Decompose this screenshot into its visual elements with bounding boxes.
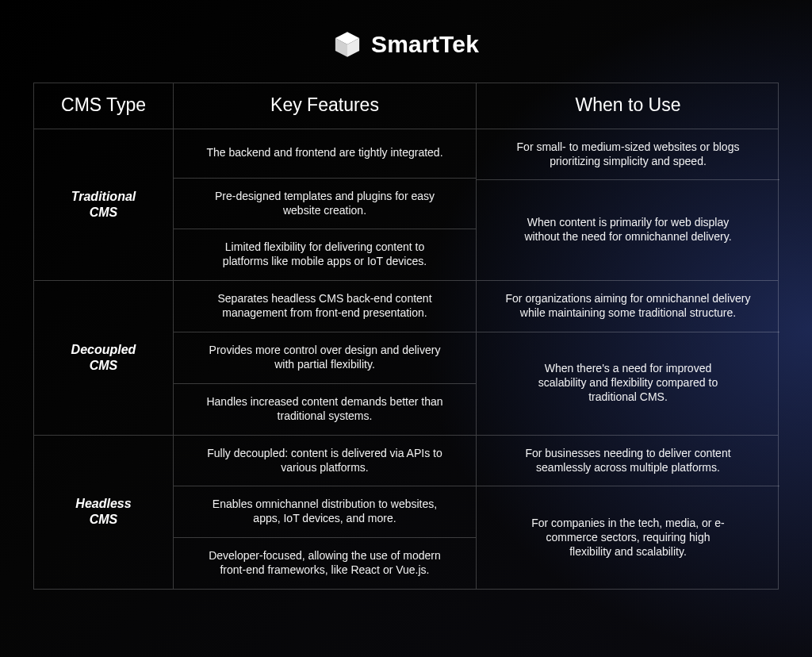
row-traditional-cms: Traditional CMS The backend and frontend… [34,129,778,282]
feature-cell: Enables omnichannel distribution to webs… [174,486,476,538]
feature-cell: Developer-focused, allowing the use of m… [174,538,476,589]
table-header-row: CMS Type Key Features When to Use [34,83,778,129]
header-when-to-use: When to Use [477,83,779,129]
when-cell: For small- to medium-sized websites or b… [477,129,779,181]
row-label: Headless CMS [34,436,174,589]
cms-comparison-table: CMS Type Key Features When to Use Tradit… [33,83,779,590]
feature-cell: Handles increased content demands better… [174,384,476,435]
when-col: For businesses needing to deliver conten… [477,436,779,589]
features-col: The backend and frontend are tightly int… [174,129,477,281]
brand-header: SmartTek [0,0,812,83]
when-cell-span: When content is primarily for web displa… [477,180,779,280]
feature-cell: Pre-designed templates and plugins for e… [174,179,476,230]
row-headless-cms: Headless CMS Fully decoupled: content is… [34,436,778,589]
row-label: Decoupled CMS [34,281,174,434]
feature-cell: The backend and frontend are tightly int… [174,129,476,179]
when-cell-span: When there's a need for improved scalabi… [477,332,779,435]
feature-cell: Fully decoupled: content is delivered vi… [174,436,476,487]
feature-cell: Separates headless CMS back-end content … [174,281,476,332]
feature-cell: Limited flexibility for delivering conte… [174,229,476,280]
row-label: Traditional CMS [34,129,174,281]
features-col: Fully decoupled: content is delivered vi… [174,436,477,589]
when-col: For organizations aiming for omnichannel… [477,281,779,434]
when-col: For small- to medium-sized websites or b… [477,129,779,281]
brand-name: SmartTek [371,31,479,58]
when-cell: For organizations aiming for omnichannel… [477,281,779,332]
header-key-features: Key Features [174,83,477,129]
cube-logo-icon [333,30,362,59]
feature-cell: Provides more control over design and de… [174,332,476,384]
row-decoupled-cms: Decoupled CMS Separates headless CMS bac… [34,281,778,435]
when-cell: For businesses needing to deliver conten… [477,436,779,487]
header-cms-type: CMS Type [34,83,174,129]
when-cell-span: For companies in the tech, media, or e-c… [477,486,779,589]
page-canvas: SmartTek CMS Type Key Features When to U… [0,0,812,657]
features-col: Separates headless CMS back-end content … [174,281,477,434]
